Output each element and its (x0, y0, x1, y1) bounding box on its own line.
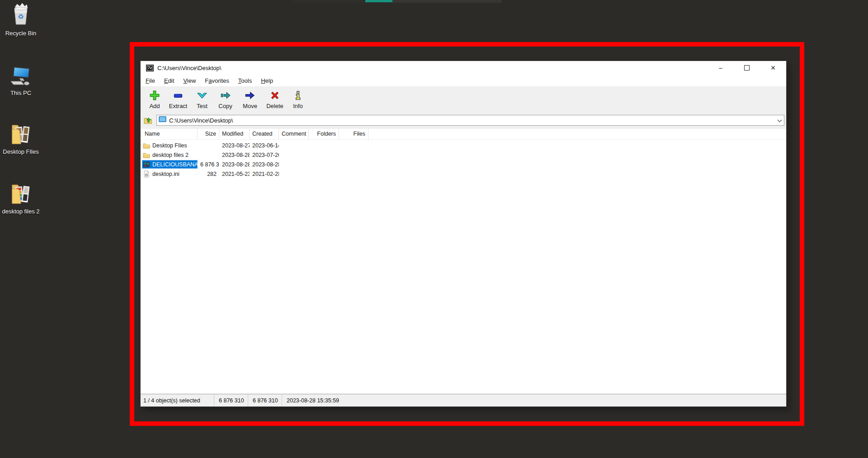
column-header-created[interactable]: Created (250, 129, 279, 139)
status-size-1: 6 876 310 (214, 394, 248, 406)
toolbar-button-label: Delete (266, 103, 283, 109)
file-size: 282 (198, 171, 219, 177)
file-created: 2023-08-28... (250, 161, 279, 168)
desktop-icon-label: desktop files 2 (1, 208, 40, 215)
file-name: desktop files 2 (152, 152, 189, 158)
toolbar-button-label: Test (197, 103, 208, 109)
info-button[interactable]: Info (288, 86, 308, 112)
folder-icon (143, 142, 150, 149)
extract-button[interactable]: Extract (165, 86, 191, 112)
file-list-header: NameSizeModifiedCreatedCommentFoldersFil… (141, 129, 786, 140)
status-size-2: 6 876 310 (248, 394, 282, 406)
file-created: 2023-07-26... (250, 152, 279, 158)
seven-zip-app-icon: 7z (146, 65, 154, 71)
minimize-button[interactable]: − (708, 61, 734, 75)
desktop-icon-desktop-files-2[interactable]: desktop files 2 (1, 181, 40, 215)
delete-button[interactable]: Delete (262, 86, 288, 112)
toolbar: Add Extract Test Copy Move Delete Info (141, 86, 786, 112)
toolbar-button-label: Add (149, 103, 160, 109)
ini-file-icon (143, 170, 150, 178)
desktop-icon-desktop-files[interactable]: Desktop FIles (1, 121, 40, 155)
folder-photos-icon (1, 121, 40, 146)
copy-button[interactable]: Copy (213, 86, 238, 112)
menu-bar: FileEditViewFavoritesToolsHelp (141, 75, 786, 86)
status-timestamp: 2023-08-28 15:35:59 (282, 394, 786, 406)
test-button[interactable]: Test (191, 86, 213, 112)
desktop-icon-label: This PC (1, 90, 40, 96)
menu-favorites[interactable]: Favorites (200, 77, 233, 84)
add-button[interactable]: Add (144, 86, 165, 112)
background-window-edge (292, 0, 365, 3)
address-path-text: C:\Users\Vince\Desktop\ (169, 117, 233, 124)
recycle-bin-icon: ♻ (1, 3, 40, 28)
desktop-screen: ♻ Recycle Bin This PC Desktop FIles desk… (0, 0, 868, 458)
menu-file[interactable]: File (141, 77, 160, 84)
column-header-name[interactable]: Name (142, 129, 198, 139)
toolbar-button-label: Extract (169, 103, 187, 109)
file-row-desktop-files-2[interactable]: desktop files 22023-08-28...2023-07-26..… (141, 150, 786, 160)
menu-help[interactable]: Help (256, 77, 278, 84)
seven-zip-window: 7z C:\Users\Vince\Desktop\ − × FileEditV… (140, 61, 787, 407)
file-modified: 2023-08-28... (219, 161, 250, 168)
svg-text:♻: ♻ (18, 13, 24, 20)
status-bar: 1 / 4 object(s) selected 6 876 310 6 876… (141, 394, 786, 406)
file-modified: 2023-08-27... (219, 142, 250, 149)
desktop-icon-recycle-bin[interactable]: ♻ Recycle Bin (1, 3, 40, 37)
folder-photos2-icon (1, 181, 40, 206)
chevron-down-icon[interactable] (777, 116, 782, 124)
desktop-location-icon (159, 116, 166, 125)
address-bar: C:\Users\Vince\Desktop\ (141, 112, 786, 129)
add-plus-icon (149, 89, 160, 102)
file-row-desktop-ini[interactable]: desktop.ini2822021-05-23...2021-02-28... (141, 169, 786, 179)
file-modified: 2021-05-23... (219, 171, 250, 177)
desktop-icon-this-pc[interactable]: This PC (1, 62, 40, 96)
folder-icon (143, 151, 150, 159)
toolbar-button-label: Move (243, 103, 257, 109)
menu-edit[interactable]: Edit (160, 77, 179, 84)
maximize-icon (744, 65, 750, 71)
file-name: DELICIOUSBANAN... (152, 161, 198, 168)
column-header-comment[interactable]: Comment (279, 129, 309, 139)
column-header-folders[interactable]: Folders (309, 129, 339, 139)
title-bar[interactable]: 7z C:\Users\Vince\Desktop\ − × (141, 61, 786, 75)
parent-folder-button[interactable] (143, 114, 154, 126)
file-size: 6 876 310 (198, 161, 219, 168)
background-window-edge (392, 0, 502, 3)
file-created: 2021-02-28... (250, 171, 279, 177)
toolbar-button-label: Info (293, 103, 303, 109)
delete-x-icon (269, 89, 281, 102)
image-file-icon (143, 161, 150, 168)
window-title: C:\Users\Vince\Desktop\ (157, 65, 221, 71)
maximize-button[interactable] (734, 61, 760, 75)
this-pc-icon (1, 62, 40, 88)
info-icon (292, 89, 304, 102)
file-list: Desktop FIles2023-08-27...2023-06-14...d… (141, 141, 786, 394)
desktop-icon-label: Recycle Bin (1, 30, 40, 37)
move-arrow-icon (244, 89, 256, 102)
close-button[interactable]: × (760, 61, 786, 75)
file-modified: 2023-08-28... (219, 152, 250, 158)
column-header-size[interactable]: Size (198, 129, 219, 139)
desktop-icon-label: Desktop FIles (1, 148, 40, 155)
menu-view[interactable]: View (179, 77, 200, 84)
background-tab-indicator (365, 0, 392, 2)
caption-buttons: − × (708, 61, 786, 75)
file-row-desktop-files[interactable]: Desktop FIles2023-08-27...2023-06-14... (141, 141, 786, 150)
file-created: 2023-06-14... (250, 142, 279, 149)
status-selected-summary: 1 / 4 object(s) selected (141, 394, 214, 406)
move-button[interactable]: Move (238, 86, 262, 112)
column-header-modified[interactable]: Modified (219, 129, 250, 139)
file-row-deliciousbanan-[interactable]: DELICIOUSBANAN...6 876 3102023-08-28...2… (141, 160, 786, 169)
menu-tools[interactable]: Tools (234, 77, 256, 84)
column-header-files[interactable]: Files (339, 129, 368, 139)
file-name: Desktop FIles (152, 142, 187, 149)
test-check-icon (196, 89, 208, 102)
file-name: desktop.ini (152, 171, 179, 177)
copy-arrow-icon (220, 89, 231, 102)
address-path-combobox[interactable]: C:\Users\Vince\Desktop\ (156, 115, 784, 126)
extract-minus-icon (172, 89, 184, 102)
toolbar-button-label: Copy (218, 103, 232, 109)
